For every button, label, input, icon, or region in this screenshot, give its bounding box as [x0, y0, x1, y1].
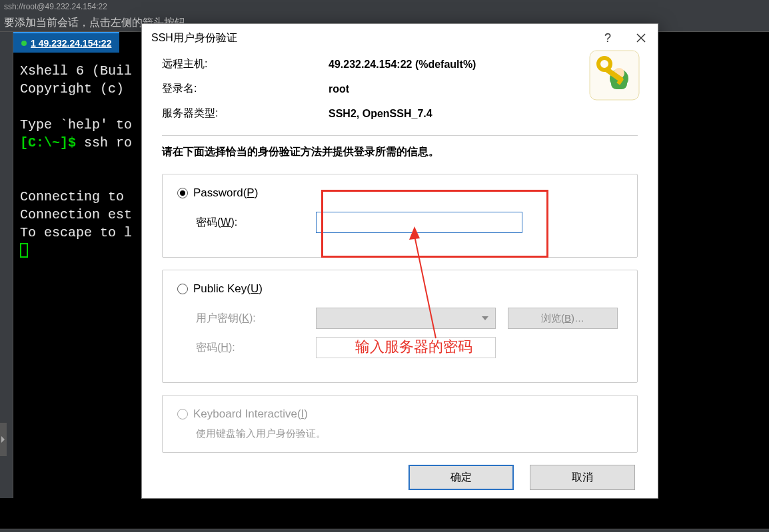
radio-password[interactable]: Password(P) — [177, 186, 622, 200]
keyboard-method-group: Keyboard Interactive(I) 使用键盘输入用户身份验证。 — [162, 395, 638, 453]
separator — [162, 135, 638, 136]
annotation-text: 输入服务器的密码 — [355, 337, 472, 357]
radio-publickey[interactable]: Public Key(U) — [177, 282, 622, 296]
session-tab[interactable]: 1 49.232.24.154:22 — [13, 32, 119, 53]
window-titlebar: ssh://root@49.232.24.154:22 — [0, 0, 769, 13]
browse-button: 浏览(B)… — [508, 308, 618, 329]
servertype-value: SSH2, OpenSSH_7.4 — [329, 108, 638, 120]
title-text: ssh://root@49.232.24.154:22 — [4, 2, 107, 11]
radio-label: Keyboard Interactive(I) — [193, 407, 308, 421]
radio-keyboard: Keyboard Interactive(I) — [177, 407, 622, 421]
radio-label: Public Key(U) — [193, 282, 263, 296]
password-input[interactable] — [316, 212, 522, 233]
userkey-combo — [316, 308, 496, 329]
servertype-label: 服务器类型: — [162, 107, 329, 121]
key-user-icon — [588, 49, 640, 104]
password-label: 密码(W): — [196, 216, 316, 230]
keyboard-note: 使用键盘输入用户身份验证。 — [196, 427, 622, 440]
host-label: 远程主机: — [162, 57, 329, 71]
password-method-group: Password(P) 密码(W): — [162, 174, 638, 258]
ok-button[interactable]: 确定 — [408, 465, 514, 490]
radio-icon — [177, 409, 188, 419]
radio-icon — [177, 188, 188, 198]
radio-icon — [177, 284, 188, 294]
userkey-label: 用户密钥(K): — [196, 312, 316, 326]
connection-info: 远程主机: 49.232.24.154:22 (%default%) 登录名: … — [162, 57, 638, 121]
cancel-button[interactable]: 取消 — [530, 465, 635, 490]
status-dot-icon — [21, 41, 27, 46]
radio-label: Password(P) — [193, 186, 258, 200]
tab-bar: 1 49.232.24.154:22 — [13, 32, 119, 53]
publickey-method-group: Public Key(U) 用户密钥(K): 浏览(B)… 密码(H): — [162, 270, 638, 383]
dialog-button-row: 确定 取消 — [162, 465, 638, 490]
help-button[interactable]: ? — [591, 24, 624, 52]
cursor-icon — [20, 243, 28, 258]
auth-instruction: 请在下面选择恰当的身份验证方法并提供登录所需的信息。 — [162, 145, 638, 159]
bottom-border — [0, 529, 769, 532]
panel-expand-handle[interactable] — [0, 423, 7, 456]
passphrase-label: 密码(H): — [196, 341, 316, 355]
close-icon — [636, 33, 646, 43]
ssh-auth-dialog: SSH用户身份验证 ? 远程主机: 49.232.24.154:22 (%def… — [141, 23, 658, 499]
tab-label: 1 49.232.24.154:22 — [31, 38, 111, 49]
dialog-title: SSH用户身份验证 — [151, 31, 591, 45]
dialog-titlebar: SSH用户身份验证 ? — [142, 24, 658, 52]
user-label: 登录名: — [162, 82, 329, 96]
close-button[interactable] — [624, 24, 658, 52]
